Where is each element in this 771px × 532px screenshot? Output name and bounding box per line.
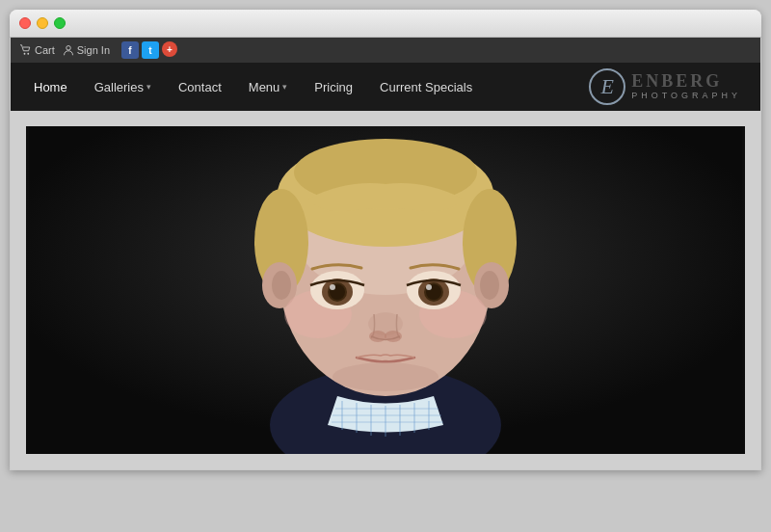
cart-link[interactable]: Cart <box>20 44 55 56</box>
logo[interactable]: E ENBERG PHOTOGRAPHY <box>579 63 751 111</box>
signin-link[interactable]: Sign In <box>63 44 110 56</box>
googleplus-link[interactable]: + <box>162 41 177 57</box>
hero-image <box>26 126 745 454</box>
svg-point-24 <box>330 284 335 290</box>
svg-point-29 <box>426 284 432 290</box>
user-icon <box>63 44 74 56</box>
close-button[interactable] <box>19 17 31 29</box>
nav-galleries[interactable]: Galleries ▾ <box>81 68 165 106</box>
cart-icon <box>20 44 32 56</box>
nav-current-specials[interactable]: Current Specials <box>366 68 486 106</box>
nav-links: Home Galleries ▾ Contact Menu ▾ Pricing <box>20 68 486 106</box>
svg-point-2 <box>66 46 71 51</box>
website-content: Cart Sign In f t + Home <box>10 38 761 470</box>
svg-point-16 <box>272 271 291 300</box>
browser-titlebar <box>10 10 761 38</box>
logo-text: ENBERG PHOTOGRAPHY <box>631 72 741 101</box>
svg-point-17 <box>480 271 499 300</box>
maximize-button[interactable] <box>54 17 66 29</box>
logo-initial: E <box>589 68 625 105</box>
nav-menu[interactable]: Menu ▾ <box>235 68 302 106</box>
minimize-button[interactable] <box>37 17 48 29</box>
facebook-link[interactable]: f <box>121 41 139 59</box>
twitter-link[interactable]: t <box>142 41 159 59</box>
browser-window: Cart Sign In f t + Home <box>10 10 761 470</box>
utility-bar: Cart Sign In f t + <box>11 38 760 63</box>
nav-home[interactable]: Home <box>20 68 81 106</box>
galleries-arrow: ▾ <box>146 82 151 92</box>
portrait-image <box>26 126 745 454</box>
nav-contact[interactable]: Contact <box>165 68 235 106</box>
menu-arrow: ▾ <box>282 82 287 92</box>
hero-section <box>11 111 760 469</box>
social-links: f t + <box>121 41 177 59</box>
main-navigation: Home Galleries ▾ Contact Menu ▾ Pricing <box>11 63 760 111</box>
svg-point-33 <box>332 362 439 391</box>
svg-point-0 <box>24 53 26 55</box>
nav-pricing[interactable]: Pricing <box>301 68 366 106</box>
svg-point-1 <box>27 53 29 55</box>
